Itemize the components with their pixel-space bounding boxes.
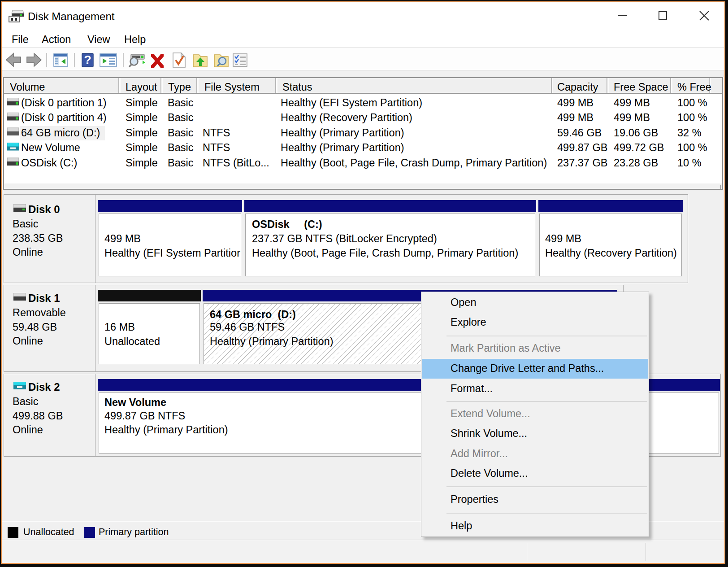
svg-text:?: ? — [84, 53, 91, 67]
